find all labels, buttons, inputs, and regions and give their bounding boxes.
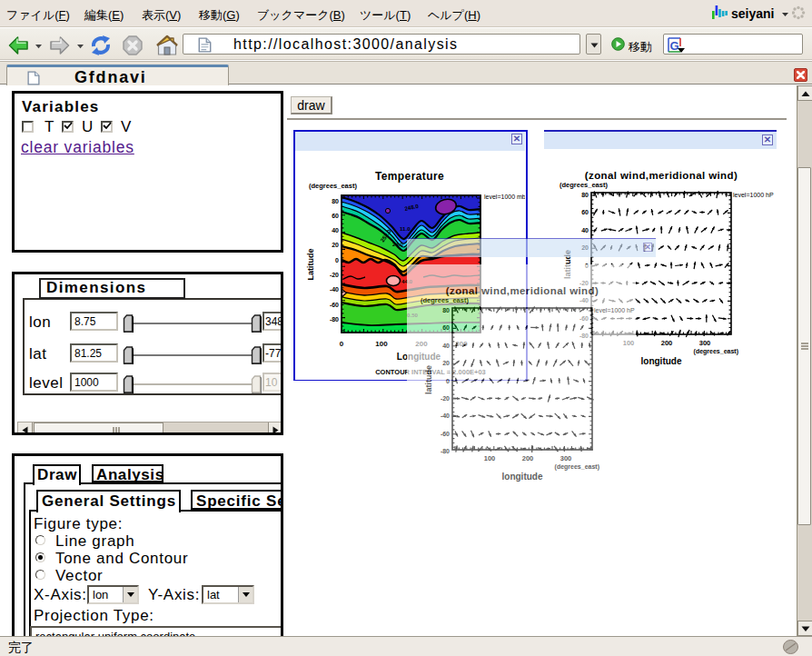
svg-text:40: 40 bbox=[442, 343, 450, 349]
svg-text:-80: -80 bbox=[330, 315, 339, 322]
svg-text:100: 100 bbox=[484, 454, 496, 462]
svg-text:80: 80 bbox=[442, 307, 450, 313]
svg-text:0: 0 bbox=[340, 340, 344, 348]
svg-text:level=1000 hP: level=1000 hP bbox=[594, 307, 635, 313]
svg-text:60: 60 bbox=[581, 209, 589, 215]
svg-text:0: 0 bbox=[335, 256, 339, 263]
svg-text:(degrees_east): (degrees_east) bbox=[421, 296, 469, 304]
svg-text:-40: -40 bbox=[441, 412, 450, 419]
svg-text:latitude: latitude bbox=[424, 365, 433, 394]
svg-text:(zonal wind,meridional wind): (zonal wind,meridional wind) bbox=[446, 285, 599, 296]
svg-text:300: 300 bbox=[699, 339, 711, 347]
svg-text:0: 0 bbox=[446, 378, 450, 384]
svg-text:80: 80 bbox=[581, 192, 589, 198]
svg-text:level=1000 mb: level=1000 mb bbox=[484, 194, 525, 200]
svg-text:G: G bbox=[669, 39, 678, 53]
svg-text:24.0: 24.0 bbox=[392, 241, 404, 247]
svg-text:Latitude: Latitude bbox=[306, 248, 315, 280]
svg-text:longitude: longitude bbox=[502, 472, 543, 482]
svg-text:100: 100 bbox=[375, 340, 388, 348]
svg-text:(degrees_east): (degrees_east) bbox=[559, 181, 608, 189]
svg-text:-80: -80 bbox=[441, 448, 450, 454]
svg-text:80: 80 bbox=[332, 197, 339, 204]
svg-text:level=1000 hP: level=1000 hP bbox=[733, 192, 774, 198]
svg-text:200: 200 bbox=[522, 454, 534, 462]
svg-text:(zonal wind,meridional wind): (zonal wind,meridional wind) bbox=[585, 170, 738, 181]
svg-text:(degrees_east): (degrees_east) bbox=[694, 348, 738, 355]
svg-text:-20: -20 bbox=[441, 395, 450, 402]
svg-text:20: 20 bbox=[442, 360, 450, 366]
svg-text:300: 300 bbox=[560, 454, 572, 462]
svg-text:20: 20 bbox=[332, 242, 339, 248]
svg-text:-40: -40 bbox=[330, 286, 339, 293]
svg-text:60: 60 bbox=[332, 212, 339, 218]
svg-text:200: 200 bbox=[661, 339, 673, 347]
svg-text:40: 40 bbox=[581, 227, 589, 234]
svg-text:-60: -60 bbox=[441, 431, 450, 437]
svg-text:-60: -60 bbox=[330, 301, 339, 307]
svg-text:11.0: 11.0 bbox=[400, 225, 411, 232]
svg-text:Temperature: Temperature bbox=[375, 170, 444, 183]
svg-text:(degrees_east): (degrees_east) bbox=[555, 463, 599, 471]
svg-text:(degrees_east): (degrees_east) bbox=[309, 182, 357, 190]
svg-text:60: 60 bbox=[442, 324, 450, 331]
svg-text:40: 40 bbox=[332, 227, 339, 234]
svg-text:-20: -20 bbox=[330, 272, 339, 278]
